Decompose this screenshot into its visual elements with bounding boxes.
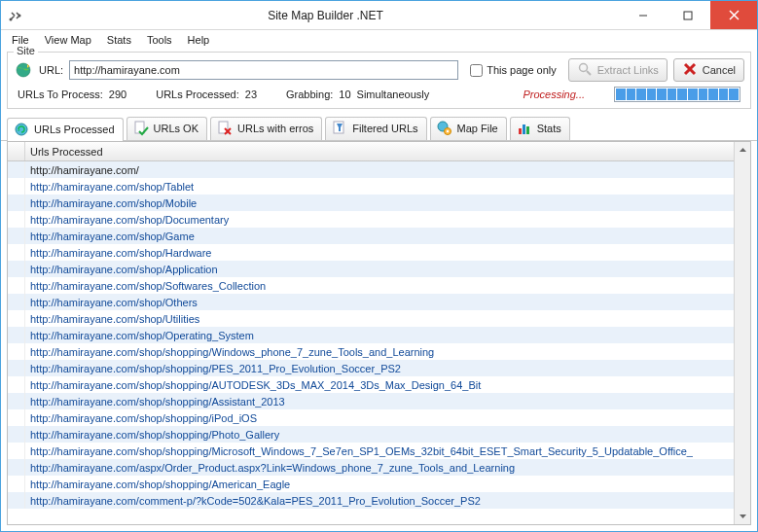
table-row[interactable]: http://hamirayane.com/shop/Others bbox=[8, 294, 734, 310]
tab-stats[interactable]: Stats bbox=[510, 117, 570, 140]
processed-value: 23 bbox=[245, 89, 257, 100]
table-row[interactable]: http://hamirayane.com/shop/Documentary bbox=[8, 211, 734, 228]
tab-label: URLs OK bbox=[154, 123, 199, 134]
row-header-cell bbox=[8, 261, 25, 277]
minimize-button[interactable] bbox=[621, 1, 666, 29]
extract-links-button[interactable]: Extract Links bbox=[568, 58, 668, 82]
progress-bar bbox=[614, 87, 740, 102]
page-only-checkbox[interactable]: This page only bbox=[470, 64, 557, 77]
table-row[interactable]: http://hamirayane.com/aspx/Order_Product… bbox=[8, 459, 734, 476]
table-row[interactable]: http://hamirayane.com/shop/shopping/Phot… bbox=[8, 426, 734, 443]
row-header-cell bbox=[8, 211, 25, 228]
x-icon bbox=[682, 61, 698, 79]
row-header-cell bbox=[8, 409, 25, 426]
table-row[interactable]: http://hamirayane.com/shop/Hardware bbox=[8, 244, 734, 261]
table-row[interactable]: http://hamirayane.com/shop/Mobile bbox=[8, 195, 734, 211]
scroll-down-button[interactable] bbox=[735, 508, 750, 524]
url-cell: http://hamirayane.com/shop/Mobile bbox=[25, 197, 734, 209]
svg-rect-3 bbox=[684, 12, 692, 19]
url-cell: http://hamirayane.com/shop/Application bbox=[25, 264, 734, 275]
cancel-button[interactable]: Cancel bbox=[673, 58, 744, 82]
scroll-up-button[interactable] bbox=[735, 142, 750, 159]
tab-urls-errors[interactable]: URLs with erros bbox=[210, 117, 322, 140]
bar-chart-icon bbox=[517, 121, 532, 136]
magnifier-icon bbox=[577, 61, 593, 79]
tab-filtered-urls[interactable]: Filtered URLs bbox=[325, 117, 426, 140]
tab-urls-processed[interactable]: URLs Processed bbox=[7, 118, 124, 141]
table-row[interactable]: http://hamirayane.com/shop/Tablet bbox=[8, 178, 734, 195]
table-row[interactable]: http://hamirayane.com/shop/Operating_Sys… bbox=[8, 327, 734, 343]
simultaneously-label: Simultaneously bbox=[357, 89, 430, 100]
row-header-cell bbox=[8, 376, 25, 393]
menu-bar: File View Map Stats Tools Help bbox=[1, 30, 757, 50]
row-header-cell bbox=[8, 360, 25, 376]
tab-urls-ok[interactable]: URLs OK bbox=[126, 117, 207, 140]
table-row[interactable]: http://hamirayane.com/shop/shopping/Wind… bbox=[8, 343, 734, 360]
url-cell: http://hamirayane.com/shop/shopping/Wind… bbox=[25, 346, 734, 358]
row-header-cell bbox=[8, 393, 25, 409]
close-button[interactable] bbox=[710, 1, 757, 29]
window-title: Site Map Builder .NET bbox=[30, 9, 621, 22]
row-header-cell bbox=[8, 195, 25, 211]
url-cell: http://hamirayane.com/shop/shopping/Phot… bbox=[25, 429, 734, 441]
grid-container: Urls Processed http://hamirayane.com/htt… bbox=[7, 141, 751, 525]
table-row[interactable]: http://hamirayane.com/shop/shopping/AUTO… bbox=[8, 376, 734, 393]
table-row[interactable]: http://hamirayane.com/shop/shopping/Micr… bbox=[8, 443, 734, 459]
url-cell: http://hamirayane.com/shop/Game bbox=[25, 231, 734, 242]
globe-refresh-icon bbox=[14, 122, 29, 137]
row-header-cell bbox=[8, 327, 25, 343]
url-cell: http://hamirayane.com/shop/shopping/PES_… bbox=[25, 363, 734, 374]
url-label: URL: bbox=[39, 64, 63, 76]
table-row[interactable]: http://hamirayane.com/comment-p/?kCode=5… bbox=[8, 492, 734, 509]
url-grid[interactable]: Urls Processed http://hamirayane.com/htt… bbox=[8, 142, 734, 524]
processing-label: Processing... bbox=[523, 89, 585, 100]
menu-view-map[interactable]: View Map bbox=[38, 32, 98, 48]
url-cell: http://hamirayane.com/shop/Documentary bbox=[25, 214, 734, 226]
table-row[interactable]: http://hamirayane.com/shop/shopping/iPod… bbox=[8, 409, 734, 426]
url-cell: http://hamirayane.com/comment-p/?kCode=5… bbox=[25, 495, 734, 507]
window-controls bbox=[621, 1, 757, 29]
page-check-icon bbox=[133, 121, 149, 136]
row-header-cell bbox=[8, 476, 25, 492]
table-row[interactable]: http://hamirayane.com/shop/Utilities bbox=[8, 310, 734, 327]
row-header-cell bbox=[8, 426, 25, 443]
table-row[interactable]: http://hamirayane.com/shop/shopping/Assi… bbox=[8, 393, 734, 409]
to-process-value: 290 bbox=[109, 89, 126, 100]
table-row[interactable]: http://hamirayane.com/shop/Softwares_Col… bbox=[8, 277, 734, 294]
table-row[interactable]: http://hamirayane.com/ bbox=[8, 161, 734, 178]
svg-point-11 bbox=[16, 124, 27, 135]
row-header-column[interactable] bbox=[8, 142, 25, 160]
url-input[interactable] bbox=[69, 60, 458, 80]
url-cell: http://hamirayane.com/shop/Utilities bbox=[25, 313, 734, 325]
page-error-icon bbox=[217, 121, 233, 136]
url-cell: http://hamirayane.com/shop/Softwares_Col… bbox=[25, 280, 734, 292]
grid-header[interactable]: Urls Processed bbox=[8, 142, 734, 161]
tab-label: URLs Processed bbox=[34, 124, 115, 135]
maximize-button[interactable] bbox=[666, 1, 710, 29]
row-header-cell bbox=[8, 492, 25, 509]
tab-bar: URLs Processed URLs OK URLs with erros F… bbox=[1, 113, 757, 141]
menu-help[interactable]: Help bbox=[181, 32, 217, 48]
menu-tools[interactable]: Tools bbox=[140, 32, 179, 48]
tab-label: Filtered URLs bbox=[352, 123, 417, 134]
filter-icon bbox=[332, 121, 347, 136]
menu-stats[interactable]: Stats bbox=[100, 32, 138, 48]
url-cell: http://hamirayane.com/shop/Operating_Sys… bbox=[25, 330, 734, 341]
url-cell: http://hamirayane.com/ bbox=[25, 164, 734, 176]
svg-point-19 bbox=[446, 130, 448, 132]
tab-label: Stats bbox=[537, 123, 561, 134]
tab-map-file[interactable]: Map File bbox=[430, 117, 507, 140]
table-row[interactable]: http://hamirayane.com/shop/shopping/PES_… bbox=[8, 360, 734, 376]
table-row[interactable]: http://hamirayane.com/shop/Game bbox=[8, 228, 734, 244]
tab-label: Map File bbox=[457, 123, 498, 134]
vertical-scrollbar[interactable] bbox=[734, 142, 750, 524]
row-header-cell bbox=[8, 277, 25, 294]
table-row[interactable]: http://hamirayane.com/shop/Application bbox=[8, 261, 734, 277]
url-cell: http://hamirayane.com/shop/Hardware bbox=[25, 247, 734, 259]
table-row[interactable]: http://hamirayane.com/shop/shopping/Amer… bbox=[8, 476, 734, 492]
page-only-input[interactable] bbox=[470, 64, 483, 77]
urls-processed-column[interactable]: Urls Processed bbox=[25, 146, 734, 158]
grabbing-label: Grabbing: bbox=[286, 89, 333, 100]
url-cell: http://hamirayane.com/shop/Others bbox=[25, 297, 734, 308]
grid-rows: http://hamirayane.com/http://hamirayane.… bbox=[8, 161, 734, 509]
